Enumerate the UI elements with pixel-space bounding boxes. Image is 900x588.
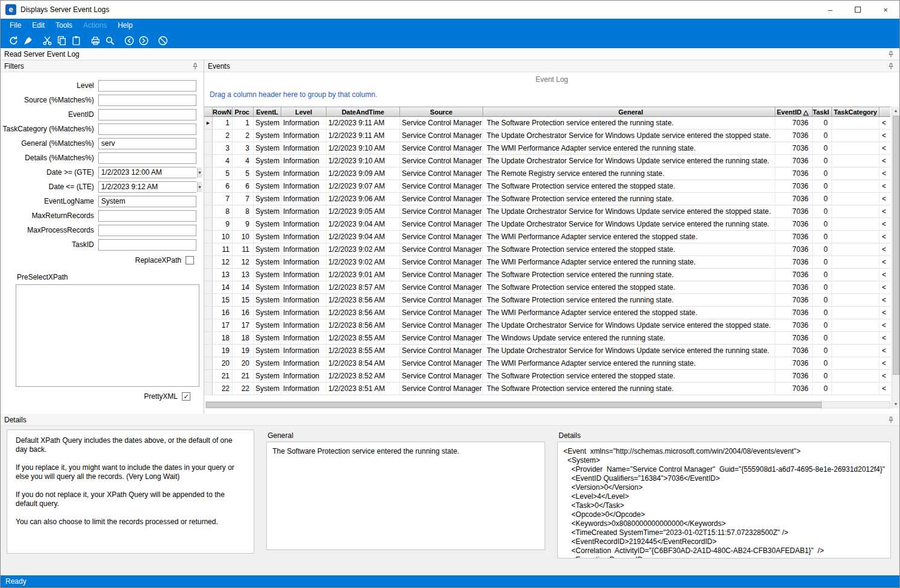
copy-button[interactable] bbox=[54, 34, 69, 47]
cell: The Update Orchestrator Service for Wind… bbox=[483, 319, 775, 332]
event-row-3[interactable]: 33SystemInformation1/2/2023 9:10 AMServi… bbox=[204, 142, 890, 155]
column-header-level[interactable]: Level bbox=[281, 107, 327, 117]
filter-input-date-lte[interactable] bbox=[99, 182, 197, 192]
refresh-button[interactable] bbox=[6, 34, 20, 47]
scroll-down-arrow[interactable]: ▼ bbox=[892, 400, 900, 408]
filter-input-taskcategory-matches[interactable] bbox=[98, 124, 196, 135]
filter-label-taskid: TaskID bbox=[1, 240, 98, 249]
cell: Service Control Manager bbox=[400, 294, 483, 307]
filter-input-eventlogname[interactable] bbox=[98, 196, 196, 207]
filter-input-details-matches[interactable] bbox=[98, 152, 196, 164]
cell: The WMI Performance Adapter service ente… bbox=[483, 357, 775, 370]
print-button[interactable] bbox=[88, 34, 102, 47]
cell: 12 bbox=[213, 256, 233, 269]
event-row-12[interactable]: 1212SystemInformation1/2/2023 9:02 AMSer… bbox=[204, 256, 890, 269]
cut-button[interactable] bbox=[40, 34, 54, 47]
column-header-selector[interactable] bbox=[204, 107, 213, 117]
filter-label-general-matches: General (%Matches%) bbox=[1, 139, 98, 148]
cell: 14 bbox=[233, 281, 254, 294]
event-row-16[interactable]: 1616SystemInformation1/2/2023 8:56 AMSer… bbox=[204, 307, 890, 319]
close-button[interactable]: × bbox=[872, 1, 899, 19]
row-selector bbox=[204, 142, 213, 155]
cell: Service Control Manager bbox=[400, 117, 483, 130]
vertical-scrollbar-thumb[interactable] bbox=[893, 116, 899, 375]
event-row-7[interactable]: 77SystemInformation1/2/2023 9:06 AMServi… bbox=[204, 193, 890, 205]
cell: 1/2/2023 8:54 AM bbox=[327, 357, 400, 370]
pretty-xml-checkbox[interactable]: ✓ bbox=[182, 392, 190, 401]
chevron-down-icon[interactable]: ▼ bbox=[197, 167, 202, 178]
replace-xpath-checkbox[interactable] bbox=[186, 256, 194, 264]
event-row-10[interactable]: 1010SystemInformation1/2/2023 9:04 AMSer… bbox=[204, 231, 890, 243]
event-row-1[interactable]: ►11SystemInformation1/2/2023 9:11 AMServ… bbox=[204, 117, 890, 130]
filter-input-taskid[interactable] bbox=[98, 239, 196, 251]
filter-input-eventid[interactable] bbox=[98, 109, 196, 120]
filter-label-source-matches: Source (%Matches%) bbox=[1, 96, 98, 104]
event-row-2[interactable]: 22SystemInformation1/2/2023 9:11 AMServi… bbox=[204, 130, 890, 142]
event-row-13[interactable]: 1313SystemInformation1/2/2023 9:01 AMSer… bbox=[204, 269, 890, 281]
event-row-4[interactable]: 44SystemInformation1/2/2023 9:10 AMServi… bbox=[204, 155, 890, 167]
filter-combo-date-gte[interactable]: ▼ bbox=[98, 167, 196, 178]
cell: Service Control Manager bbox=[400, 218, 483, 231]
event-row-6[interactable]: 66SystemInformation1/2/2023 9:07 AMServi… bbox=[204, 180, 890, 193]
menu-tools[interactable]: Tools bbox=[50, 19, 78, 33]
column-header-source[interactable]: Source bbox=[400, 107, 483, 117]
menu-file[interactable]: File bbox=[4, 19, 27, 33]
menu-actions[interactable]: Actions bbox=[78, 19, 112, 33]
filter-input-date-gte[interactable] bbox=[99, 167, 197, 178]
filter-input-maxreturnrecords[interactable] bbox=[98, 210, 196, 222]
column-header-eventid[interactable]: EventID △ bbox=[775, 107, 813, 117]
column-header-taskcategory[interactable]: TaskCategory bbox=[832, 107, 880, 117]
column-header-proc[interactable]: Proc bbox=[233, 107, 254, 117]
filter-label-date-gte: Date >= (GTE) bbox=[1, 168, 98, 177]
cell: 1/2/2023 8:57 AM bbox=[327, 281, 400, 294]
column-header-eventl[interactable]: EventL bbox=[254, 107, 281, 117]
event-row-15[interactable]: 1515SystemInformation1/2/2023 8:56 AMSer… bbox=[204, 294, 890, 307]
event-row-21[interactable]: 2121SystemInformation1/2/2023 8:52 AMSer… bbox=[204, 370, 890, 383]
pin-icon[interactable] bbox=[887, 416, 895, 424]
minimize-button[interactable]: – bbox=[816, 1, 844, 19]
column-header-general[interactable]: General bbox=[483, 107, 775, 117]
event-row-14[interactable]: 1414SystemInformation1/2/2023 8:57 AMSer… bbox=[204, 281, 890, 294]
pin-icon[interactable] bbox=[192, 63, 199, 70]
column-header-rown[interactable]: RowN △ bbox=[213, 107, 233, 117]
column-header-taski[interactable]: TaskI bbox=[813, 107, 832, 117]
column-header-dateandtime[interactable]: DateAndTime bbox=[327, 107, 400, 117]
event-row-11[interactable]: 1111SystemInformation1/2/2023 9:02 AMSer… bbox=[204, 243, 890, 256]
event-row-20[interactable]: 2020SystemInformation1/2/2023 8:54 AMSer… bbox=[204, 357, 890, 370]
column-header-extra[interactable] bbox=[880, 107, 890, 117]
search-button[interactable] bbox=[102, 34, 117, 47]
event-row-19[interactable]: 1919SystemInformation1/2/2023 8:55 AMSer… bbox=[204, 345, 890, 357]
pin-icon[interactable] bbox=[887, 63, 895, 70]
event-row-18[interactable]: 1818SystemInformation1/2/2023 8:55 AMSer… bbox=[204, 332, 890, 345]
filter-input-source-matches[interactable] bbox=[98, 95, 196, 106]
filter-combo-date-lte[interactable]: ▼ bbox=[98, 181, 196, 193]
preselect-xpath-textarea[interactable] bbox=[16, 284, 199, 387]
scroll-up-arrow[interactable]: ▲ bbox=[892, 107, 900, 115]
vertical-scrollbar[interactable]: ▲ ▼ bbox=[892, 107, 899, 408]
cell: The Update Orchestrator Service for Wind… bbox=[483, 218, 775, 231]
chevron-down-icon[interactable]: ▼ bbox=[197, 182, 202, 192]
cell bbox=[832, 370, 880, 383]
event-row-9[interactable]: 99SystemInformation1/2/2023 9:04 AMServi… bbox=[204, 218, 890, 231]
event-row-5[interactable]: 55SystemInformation1/2/2023 9:09 AMServi… bbox=[204, 167, 890, 180]
filter-input-general-matches[interactable] bbox=[98, 138, 196, 149]
clear-button[interactable] bbox=[20, 34, 35, 47]
filter-input-maxprocessrecords[interactable] bbox=[98, 225, 196, 236]
event-row-17[interactable]: 1717SystemInformation1/2/2023 8:56 AMSer… bbox=[204, 319, 890, 332]
filter-input-level[interactable] bbox=[98, 80, 196, 92]
cell: 1/2/2023 9:05 AM bbox=[327, 205, 400, 218]
paste-button[interactable] bbox=[69, 34, 83, 47]
menu-help[interactable]: Help bbox=[112, 19, 138, 33]
block-button[interactable] bbox=[155, 34, 170, 47]
horizontal-scrollbar[interactable] bbox=[205, 401, 890, 408]
horizontal-scrollbar-thumb[interactable] bbox=[206, 402, 822, 408]
event-row-8[interactable]: 88SystemInformation1/2/2023 9:05 AMServi… bbox=[204, 205, 890, 218]
event-row-22[interactable]: 2222SystemInformation1/2/2023 8:51 AMSer… bbox=[204, 383, 890, 395]
cell: System bbox=[254, 332, 281, 345]
pin-icon[interactable] bbox=[887, 51, 895, 58]
maximize-button[interactable] bbox=[844, 1, 872, 19]
back-button[interactable] bbox=[122, 34, 136, 47]
filter-label-date-lte: Date <= (LTE) bbox=[1, 183, 98, 191]
menu-edit[interactable]: Edit bbox=[27, 19, 50, 33]
forward-button[interactable] bbox=[136, 34, 151, 47]
